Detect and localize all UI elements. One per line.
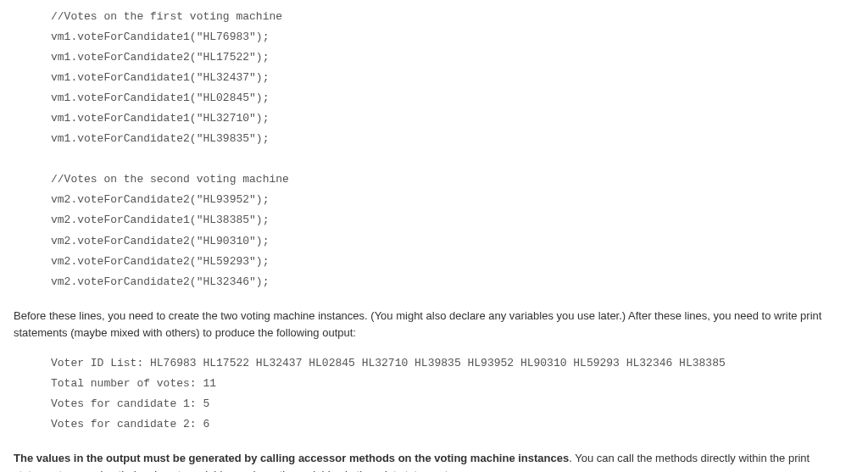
code-line: vm1.voteForCandidate1("HL76983"); bbox=[51, 27, 854, 47]
instruction-bold: The values in the output must be generat… bbox=[14, 452, 569, 464]
code-line: vm2.voteForCandidate2("HL59293"); bbox=[51, 252, 854, 272]
code-line: vm2.voteForCandidate2("HL90310"); bbox=[51, 231, 854, 252]
instruction-paragraph-1: Before these lines, you need to create t… bbox=[14, 308, 854, 342]
code-line: vm1.voteForCandidate1("HL02845"); bbox=[51, 88, 854, 108]
code-line: vm2.voteForCandidate2("HL93952"); bbox=[51, 190, 854, 210]
code-comment: //Votes on the first voting machine bbox=[51, 7, 854, 27]
output-line: Total number of votes: 11 bbox=[51, 374, 854, 394]
code-line: vm1.voteForCandidate2("HL17522"); bbox=[51, 47, 854, 68]
output-line: Votes for candidate 2: 6 bbox=[51, 414, 854, 435]
code-block-votes: //Votes on the first voting machine vm1.… bbox=[14, 7, 854, 292]
code-comment: //Votes on the second voting machine bbox=[51, 169, 854, 190]
code-line: vm2.voteForCandidate2("HL32346"); bbox=[51, 272, 854, 292]
code-line: vm1.voteForCandidate1("HL32437"); bbox=[51, 68, 854, 88]
expected-output-block: Voter ID List: HL76983 HL17522 HL32437 H… bbox=[14, 353, 854, 435]
blank-line bbox=[51, 149, 854, 169]
code-line: vm1.voteForCandidate1("HL32710"); bbox=[51, 108, 854, 129]
code-line: vm1.voteForCandidate2("HL39835"); bbox=[51, 129, 854, 149]
output-line: Votes for candidate 1: 5 bbox=[51, 394, 854, 414]
code-line: vm2.voteForCandidate1("HL38385"); bbox=[51, 210, 854, 230]
output-line: Voter ID List: HL76983 HL17522 HL32437 H… bbox=[51, 353, 854, 374]
instruction-text: Before these lines, you need to create t… bbox=[14, 309, 821, 339]
instruction-paragraph-2: The values in the output must be generat… bbox=[14, 450, 854, 472]
